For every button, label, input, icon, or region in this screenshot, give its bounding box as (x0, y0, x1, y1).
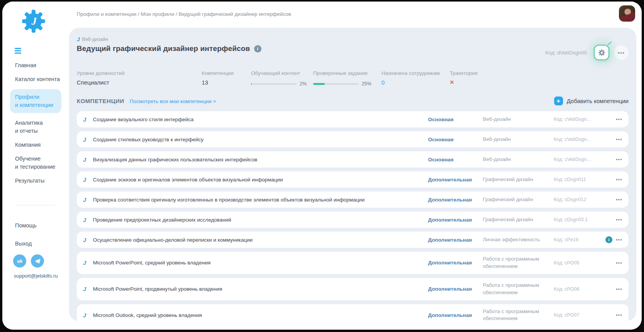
competency-code: Код: cPO05 (554, 260, 598, 266)
stat-value[interactable]: 0 (381, 79, 450, 86)
row-actions: ••• (598, 137, 622, 142)
j-row-icon: J (83, 237, 93, 243)
title-info-icon[interactable]: i (254, 45, 261, 53)
competency-code: Код: cPO06 (554, 286, 598, 292)
profile-category-tag: Веб-дизайн (82, 37, 108, 42)
sidebar-nav: ГлавнаяКаталог контентаПрофили и компете… (2, 61, 64, 195)
competency-name: Проверка соответствия оригиналу изготовл… (93, 197, 428, 203)
stat-value: 13 (202, 79, 251, 86)
competencies-section-head: КОМПЕТЕНЦИИ Посмотреть все мои компетенц… (77, 97, 629, 105)
row-menu-button[interactable]: ••• (616, 237, 622, 242)
stat-0: Уровни должностейСпециалист (77, 70, 202, 86)
competency-code: Код: cVebDsgn... (554, 137, 598, 142)
row-actions: ••• (598, 312, 622, 318)
header-more-menu-button[interactable]: ••• (614, 45, 629, 60)
row-menu-button[interactable]: ••• (616, 197, 622, 202)
row-menu-button[interactable]: ••• (616, 157, 622, 162)
j-row-icon: J (83, 176, 93, 183)
competency-row[interactable]: JСоздание эскизов и оригиналов элементов… (77, 171, 629, 188)
j-row-icon: J (83, 312, 93, 318)
competency-name: Осуществление официально-деловой перепис… (93, 237, 428, 243)
competency-row[interactable]: JВизуализация данных графических пользов… (77, 151, 629, 168)
click-indicator-icon (607, 42, 612, 47)
j-row-icon: J (83, 217, 93, 223)
competency-category: Работа с программным обеспечением (483, 282, 554, 296)
sidebar-item-help[interactable]: Помощь (15, 222, 37, 230)
sidebar-item-logout[interactable]: Выход (15, 240, 37, 248)
page-title: Ведущий графический дизайнер интерфейсов (77, 44, 250, 53)
competency-list: JСоздание визуального стиля интерфейсаОс… (77, 111, 629, 321)
sidebar-item-profiles-competencies[interactable]: Профили и компетенции (10, 89, 61, 113)
competency-name: Microsoft PowerPoint, продвинутый уровен… (93, 286, 428, 292)
row-menu-button[interactable]: ••• (616, 312, 622, 318)
progress-fill (313, 83, 325, 85)
profile-panel: J Веб-дизайн Ведущий графический дизайне… (69, 28, 636, 321)
competency-type: Основная (428, 137, 483, 142)
competency-name: Microsoft PowerPoint, средний уровень вл… (93, 260, 428, 266)
row-info-icon[interactable]: i (605, 236, 612, 243)
user-avatar[interactable] (619, 5, 635, 22)
sidebar-item-home[interactable]: Главная (15, 61, 64, 69)
stat-4: Назначена сотрудникам0 (381, 70, 450, 86)
row-menu-button[interactable]: ••• (616, 260, 622, 266)
competency-row[interactable]: JMicrosoft PowerPoint, продвинутый урове… (77, 278, 629, 300)
sidebar-item-content-catalog[interactable]: Каталог контента (15, 75, 64, 83)
row-actions: ••• (598, 260, 622, 266)
sidebar-item-training-testing[interactable]: Обучение и тестирование (15, 155, 64, 171)
profile-stats: Уровни должностейСпециалистКомпетенции13… (77, 70, 629, 86)
competency-category: Графический дизайн (483, 176, 554, 183)
progress-bar: 2% (251, 81, 313, 86)
competency-row[interactable]: JСоздание визуального стиля интерфейсаОс… (77, 111, 629, 127)
row-menu-button[interactable]: ••• (616, 217, 622, 222)
vk-icon[interactable]: vk (13, 254, 26, 268)
add-competencies-button[interactable]: + Добавить компетенции (554, 97, 629, 105)
sidebar-item-results[interactable]: Результаты (15, 177, 64, 185)
sidebar-item-analytics-reports[interactable]: Аналитика и отчеты (15, 119, 64, 135)
row-menu-button[interactable]: ••• (616, 177, 622, 182)
menu-toggle-icon[interactable] (15, 48, 21, 55)
telegram-icon[interactable] (31, 254, 44, 268)
competency-name: Создание стилевых руководств к интерфейс… (93, 137, 428, 142)
j-row-icon: J (83, 286, 93, 292)
stat-label: Уровни должностей (77, 70, 202, 76)
sidebar-footer-nav: ПомощьВыход (15, 222, 37, 258)
sidebar-item-company[interactable]: Компания (15, 141, 64, 149)
competency-code: Код: cVebDsgn... (554, 157, 598, 162)
stat-label: Компетенции (202, 70, 251, 76)
competency-name: Microsoft Outlook, средний уровень владе… (93, 312, 428, 318)
competency-code: Код: cDsgn011 (554, 177, 598, 182)
competency-row[interactable]: JПроведение предпроектных дизайнерских и… (77, 212, 629, 228)
competency-category: Работа с программным обеспечением (483, 308, 554, 321)
view-all-competencies-link[interactable]: Посмотреть все мои компетенции > (130, 98, 216, 104)
row-menu-button[interactable]: ••• (616, 286, 622, 292)
competency-type: Дополнительная (428, 286, 483, 292)
jetskills-logo-icon: J (22, 9, 46, 33)
competency-category: Личная эффективность (483, 236, 554, 244)
stat-2: Обучающий контент2% (251, 70, 313, 86)
row-menu-button[interactable]: ••• (616, 117, 622, 122)
competency-type: Дополнительная (428, 177, 483, 183)
support-email-link[interactable]: support@jetskills.ru (14, 273, 58, 279)
breadcrumb[interactable]: Профили и компетенции / Мои профили / Ве… (77, 11, 291, 17)
competency-category: Графический дизайн (483, 196, 554, 203)
competency-row[interactable]: JСоздание стилевых руководств к интерфей… (77, 131, 629, 147)
competency-type: Дополнительная (428, 312, 483, 318)
j-row-icon: J (83, 116, 93, 123)
competency-row[interactable]: JMicrosoft Outlook, средний уровень влад… (77, 304, 629, 321)
progress-fill (251, 83, 252, 85)
j-tag-icon: J (77, 36, 80, 42)
competency-row[interactable]: JПроверка соответствия оригиналу изготов… (77, 191, 629, 208)
competency-code: Код: cDsgn03.1 (554, 217, 598, 222)
progress-percent: 2% (300, 81, 307, 86)
competency-row[interactable]: JОсуществление официально-деловой перепи… (77, 232, 629, 248)
competency-category: Веб-дизайн (483, 156, 554, 163)
competency-name: Создание визуального стиля интерфейса (93, 117, 428, 122)
j-row-icon: J (83, 259, 93, 266)
sidebar: J ГлавнаяКаталог контентаПрофили и компе… (2, 2, 69, 330)
stat-5: Траектория✕ (450, 70, 629, 86)
j-row-icon: J (83, 156, 93, 163)
row-actions: ••• (598, 117, 622, 122)
settings-gear-button[interactable] (594, 45, 609, 60)
competency-row[interactable]: JMicrosoft PowerPoint, средний уровень в… (77, 252, 629, 274)
row-menu-button[interactable]: ••• (616, 137, 622, 142)
